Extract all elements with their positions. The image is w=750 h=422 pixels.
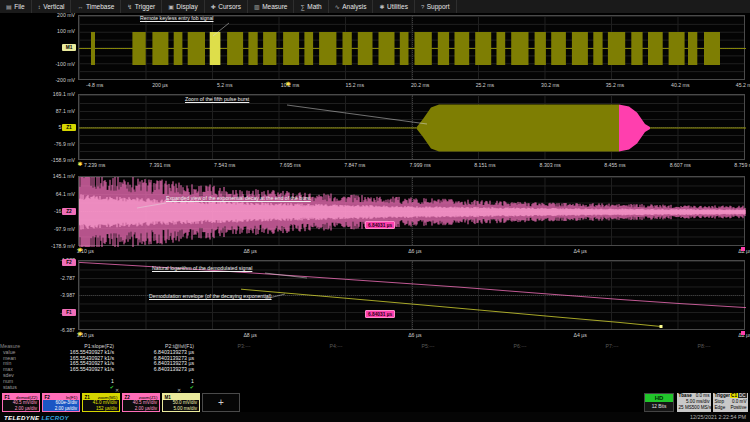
x-axis-label: 7.695 ms [279,162,300,168]
x-axis-label: 25.2 ms [476,82,494,88]
menu-item-support[interactable]: ?Support [415,0,457,13]
menu-item-utilities[interactable]: ✱Utilities [373,0,414,13]
annotation-text: Zoom of the fifth pulse burst [185,96,249,102]
annotation-text: Expanded view of the exponential decay a… [166,195,311,201]
x-axis-label: 7.391 ms [149,162,170,168]
measure-cell [658,385,750,391]
x-axis-label: 8.303 ms [540,162,561,168]
brand-logo: TELEDYNE LECROY [4,414,69,421]
cursors-icon: ✚ [211,3,216,10]
descriptor-f2[interactable]: F2ln(F1)600e-3/div2.00 µs/div [42,393,80,412]
channel-marker-m1[interactable]: M1 [62,44,76,51]
y-axis-label: -97.9 mV [54,226,75,232]
x-axis-label: 7.847 ms [344,162,365,168]
descriptor-id: Z2 [125,395,130,400]
hd-bits-label: 12 Bits [645,402,673,412]
menu-item-label: Display [176,3,197,10]
trigger-coupling-badge: DC [738,393,747,398]
channel-marker-f2[interactable]: F2 [62,259,76,266]
x-axis-label: 30.2 ms [541,82,559,88]
descriptor-f1[interactable]: F1demod(Z2)40.5 mV/div2.00 µs/div [2,393,40,412]
x-axis-label: 8.151 ms [474,162,495,168]
x-axis-label: 20.2 ms [411,82,429,88]
measure-cell [198,385,290,391]
timebase-box[interactable]: Tbase 0.0 ms 5.00 ms/div 25 MS 500 MS/s [677,393,711,412]
x-axis-label: 8.455 ms [604,162,625,168]
menu-item-math[interactable]: ∑Math [294,0,328,13]
descriptor-id: F1 [5,395,10,400]
trigger-box[interactable]: Trigger C1DC Stop 0.0 mV Edge Positive [713,393,748,412]
menu-item-file[interactable]: ▤File [0,0,32,13]
close-trace-icon[interactable]: ✕ [115,387,119,393]
channel-marker-z1[interactable]: Z1 [62,124,76,131]
channel-marker-z2[interactable]: Z2 [62,208,76,215]
menu-item-analysis[interactable]: ∿Analysis [329,0,374,13]
measurement-value-tag: 6.84031 µs [365,221,395,229]
y-axis-label: -6.387 [60,327,75,333]
zoom-reference-marker: ✱ [77,160,82,167]
channel-marker-f1[interactable]: F1 [62,309,76,316]
close-trace-icon[interactable]: ✕ [177,387,181,393]
measure-cell: ✔ [118,385,198,391]
descriptor-source: demod(Z2) [16,395,37,400]
annotation-text: Remote keyless entry fob signal [140,15,214,21]
grid-zoom-z2-decay[interactable]: 145.1 mV64.1 mV-16.9 mV-97.9 mV-178.9 mV… [78,176,745,246]
y-axis-label: 200 mV [57,12,75,18]
grid-main-rke-signal[interactable]: 200 mV100 mV0 V-100 mV-200 mV-4.8 ms200 … [78,15,745,80]
x-axis-label: Δ4 µs [574,332,587,338]
grid-zoom-z1[interactable]: 169.1 mV87.1 mV5.1 mV-76.9 mV-158.9 mV7.… [78,94,745,160]
menu-item-cursors[interactable]: ✚Cursors [205,0,248,13]
menu-item-display[interactable]: ▣Display [162,0,204,13]
timebase-icon: ↔ [77,4,83,10]
y-axis-label: 87.1 mV [56,108,75,114]
grid-log-traces[interactable]: -1.587-2.787-3.987-5.187-6.3873.10 µsΔ8 … [78,260,745,330]
y-axis-label: -2.787 [60,275,75,281]
hd-mode-box[interactable]: HD 12 Bits [644,393,674,412]
descriptor-id: Z1 [85,395,90,400]
menu-item-measure[interactable]: ▥Measure [248,0,294,13]
x-axis-label: Δ4 µs [574,248,587,254]
descriptor-z1[interactable]: Z1zoom(M1)41.0 mV/div152 µs/div [82,393,120,412]
menu-item-timebase[interactable]: ↔Timebase [71,0,121,13]
x-axis-label: Δ6 µs [408,332,421,338]
trigger-position-marker: ✱ [286,80,291,87]
x-axis-label: 7.543 ms [214,162,235,168]
zoom-edge-marker [741,331,745,335]
analysis-icon: ∿ [335,3,340,10]
x-axis-label: 35.2 ms [606,82,624,88]
menu-item-label: Utilities [387,3,408,10]
menu-item-label: Support [427,3,450,10]
trigger-source-badge: C1 [730,393,738,398]
y-axis-label: 100 mV [57,28,75,34]
menu-item-label: Vertical [43,3,64,10]
descriptor-m1[interactable]: M150.0 mV/div5.00 ms/div [162,393,200,412]
x-axis-label: 200 µs [152,82,168,88]
menu-item-label: Measure [262,3,287,10]
timebase-samples: 25 MS [679,405,692,411]
descriptor-z2[interactable]: Z2zoom(Z1)40.5 mV/div2.00 µs/div [122,393,160,412]
x-axis-label: 7.999 ms [409,162,430,168]
y-axis-label: -76.9 mV [54,141,75,147]
plot-area-g3 [78,176,745,246]
y-axis-label: 145.1 mV [53,173,75,179]
menu-bar: ▤File↕Vertical↔Timebase↯Trigger▣Display✚… [0,0,750,14]
descriptor-id: F2 [45,395,50,400]
y-axis-label: -200 mV [55,77,75,83]
trigger-slope: Positive [730,405,746,411]
waveform-g1 [79,16,746,81]
measurement-value-tag: 6.84031 µs [365,310,395,318]
utilities-icon: ✱ [379,3,384,10]
waveform-g2 [79,95,746,161]
x-axis-label: 40.2 ms [671,82,689,88]
x-axis-label: 8.759 ms [734,162,750,168]
x-axis-label: 5.2 ms [217,82,233,88]
menu-item-trigger[interactable]: ↯Trigger [121,0,162,13]
descriptor-id: M1 [165,395,171,400]
status-bar: TELEDYNE LECROY 12/25/2021 2:22:54 PM [0,412,750,422]
x-axis-label: 15.2 ms [346,82,364,88]
add-trace-button[interactable]: + [202,393,240,412]
measure-cell [382,385,474,391]
x-axis-label: Δ8 µs [243,248,256,254]
trigger-icon: ↯ [127,3,132,10]
plot-area-g2 [78,94,745,160]
